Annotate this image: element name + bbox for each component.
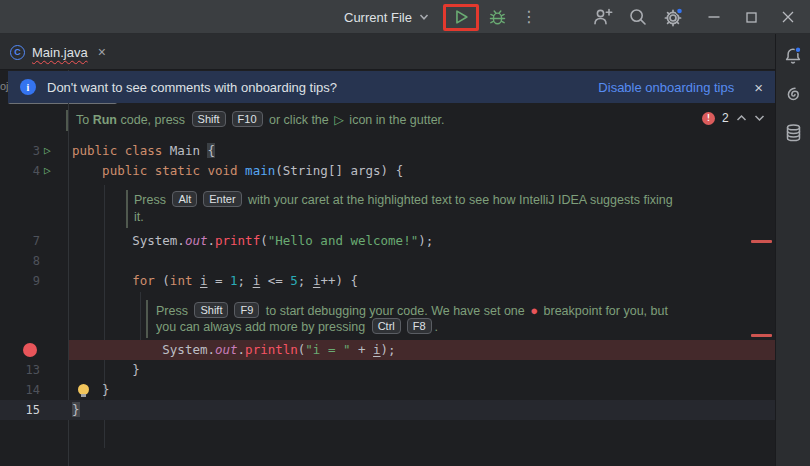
minimize-icon xyxy=(708,15,720,19)
keycap: Enter xyxy=(203,191,241,207)
error-stripe-mark[interactable] xyxy=(751,240,772,243)
gear-icon xyxy=(663,7,684,28)
maximize-button[interactable] xyxy=(736,0,766,34)
code-text[interactable]: System.out.printf("Hello and welcome!"); xyxy=(72,231,433,251)
keycap: Ctrl xyxy=(372,318,401,334)
notification-dot xyxy=(795,47,801,53)
tip-border xyxy=(146,300,148,338)
right-tool-window-stripe xyxy=(775,34,810,466)
database-button[interactable] xyxy=(784,123,803,143)
tab-close-icon[interactable]: × xyxy=(98,45,106,59)
more-actions-button[interactable]: ⋮ xyxy=(521,0,537,34)
run-button[interactable] xyxy=(452,8,470,26)
tip-comment[interactable]: Press AltEnter with your caret at the hi… xyxy=(0,191,775,211)
notifications-button[interactable] xyxy=(783,46,803,66)
settings-notification-dot xyxy=(677,8,683,14)
tip-comment[interactable]: Press ShiftF9 to start debugging your co… xyxy=(0,301,775,321)
error-count: 2 xyxy=(722,111,729,125)
error-stripe-mark[interactable] xyxy=(751,334,772,337)
code-line[interactable]: 3▷public class Main { xyxy=(0,141,775,161)
run-configuration-selector[interactable]: Current File xyxy=(344,10,429,25)
tip-text: Press ShiftF9 to start debugging your co… xyxy=(156,302,668,336)
line-number[interactable]: 14 xyxy=(0,380,40,400)
tab-title: Main.java xyxy=(32,45,88,60)
line-number[interactable]: 8 xyxy=(0,251,40,271)
run-gutter-icon[interactable]: ▷ xyxy=(44,141,51,161)
run-gutter-icon[interactable]: ▷ xyxy=(44,161,51,181)
debug-button[interactable] xyxy=(488,8,507,27)
bell-icon xyxy=(783,46,803,66)
code-line[interactable]: 9 for (int i = 1; i <= 5; i++) { xyxy=(0,271,775,291)
tip-border xyxy=(66,110,68,131)
add-user-icon xyxy=(593,7,613,27)
banner-close-icon[interactable]: × xyxy=(754,79,763,96)
line-number[interactable]: 7 xyxy=(0,231,40,251)
settings-button[interactable] xyxy=(663,7,684,28)
line-number[interactable]: 13 xyxy=(0,360,40,380)
code-line[interactable]: 13 } xyxy=(0,360,775,380)
search-icon xyxy=(628,7,648,27)
line-number[interactable]: 9 xyxy=(0,271,40,291)
keycap: F8 xyxy=(407,318,432,334)
code-line[interactable]: 7 System.out.printf("Hello and welcome!"… xyxy=(0,231,775,251)
code-text[interactable]: } xyxy=(72,360,140,380)
info-icon: i xyxy=(20,79,36,95)
code-line[interactable]: 15} xyxy=(0,400,775,420)
keycap: Alt xyxy=(172,191,197,207)
code-line[interactable]: 4▷ public static void main(String[] args… xyxy=(0,161,775,181)
keycap: Shift xyxy=(192,111,226,127)
title-bar: Current File xyxy=(0,0,810,34)
code-line[interactable]: 14 } xyxy=(0,380,775,400)
minimize-button[interactable] xyxy=(699,0,729,34)
swirl-icon xyxy=(784,85,803,104)
onboarding-banner: i Don't want to see comments with onboar… xyxy=(8,71,775,103)
code-text[interactable]: public class Main { xyxy=(72,141,215,161)
keycap: F10 xyxy=(232,111,263,127)
run-icon: ▷ xyxy=(334,113,344,127)
code-editor[interactable]: ! 2 To Run code, press ShiftF10 or click… xyxy=(0,70,775,466)
editor-tab-bar: C Main.java × xyxy=(0,34,775,70)
maximize-icon xyxy=(746,12,757,23)
code-text[interactable]: System.out.println("i = " + i); xyxy=(72,340,396,360)
run-configuration-label: Current File xyxy=(344,10,412,25)
tip-text: Press AltEnter with your caret at the hi… xyxy=(134,192,673,226)
tab-main-java[interactable]: C Main.java × xyxy=(10,34,106,70)
code-line[interactable]: System.out.println("i = " + i); xyxy=(0,340,775,360)
java-class-icon: C xyxy=(10,45,25,60)
chevron-down-icon xyxy=(419,13,429,21)
code-text[interactable]: } xyxy=(72,400,80,420)
ai-assistant-button[interactable] xyxy=(784,85,803,104)
search-everywhere-button[interactable] xyxy=(628,7,648,27)
tip-text: To Run code, press ShiftF10 or click the… xyxy=(76,112,445,129)
current-line-highlight xyxy=(0,400,775,420)
keycap: F9 xyxy=(234,302,259,318)
code-line[interactable]: 8 xyxy=(0,251,775,271)
annotation-highlight-box xyxy=(443,4,479,31)
inspections-widget[interactable]: ! 2 xyxy=(702,110,765,126)
line-number[interactable]: 15 xyxy=(0,400,40,420)
bug-icon xyxy=(488,8,507,27)
close-icon xyxy=(782,11,794,23)
breakpoint-icon: ● xyxy=(530,303,538,318)
database-icon xyxy=(784,123,803,143)
code-text[interactable]: } xyxy=(72,380,110,400)
tip-comment[interactable]: To Run code, press ShiftF10 or click the… xyxy=(0,111,775,131)
code-text[interactable]: public static void main(String[] args) { xyxy=(72,161,403,181)
previous-error-button[interactable] xyxy=(736,114,747,122)
line-number[interactable]: 3 xyxy=(0,141,40,161)
close-window-button[interactable] xyxy=(773,0,803,34)
next-error-button[interactable] xyxy=(754,114,765,122)
ide-window: Current File xyxy=(0,0,810,466)
tip-border xyxy=(126,190,128,228)
banner-message: Don't want to see comments with onboardi… xyxy=(47,80,337,95)
disable-onboarding-tips-link[interactable]: Disable onboarding tips xyxy=(598,80,734,95)
line-number[interactable]: 4 xyxy=(0,161,40,181)
code-with-me-button[interactable] xyxy=(593,7,613,27)
code-text[interactable]: for (int i = 1; i <= 5; i++) { xyxy=(72,271,358,291)
breakpoint-icon[interactable] xyxy=(23,343,37,357)
keycap: Shift xyxy=(194,302,228,318)
error-badge-icon: ! xyxy=(702,112,715,125)
